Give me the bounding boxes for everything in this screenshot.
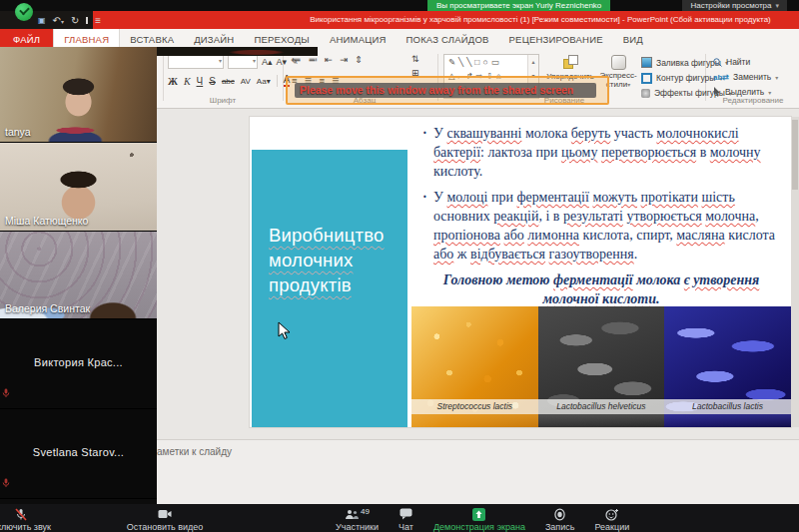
bullet-marker: · [422,125,433,181]
replace-button[interactable]: ab⇄ Заменить▾ [713,72,778,82]
save-icon[interactable]: ▣ [38,16,46,25]
image-reflection [538,414,665,427]
zoom-toolbar-center: 49 Участники Чат Демонстрация экрана [336,507,629,532]
shape-fill-icon [641,57,652,68]
bacteria-images: Streptococcus lactis Lactobacillus helve… [411,306,791,427]
line-spacing-icon[interactable]: ⇕ [355,54,363,65]
chat-button[interactable]: Чат [399,507,413,532]
group-separator [163,54,164,101]
window-shadow [157,47,318,56]
muted-mic-icon [15,507,27,521]
meeting-status-icon [15,3,33,21]
editing-buttons: Найти ab⇄ Заменить▾ Выделить▾ [713,57,778,97]
shadow-icon[interactable]: abc [222,77,235,86]
bullet-text: У молоці при ферментації можуть протікат… [433,189,784,264]
font-name-select[interactable] [168,55,224,69]
quick-styles-icon [611,55,626,70]
ppt-titlebar[interactable]: Використання мікроорганізмів у харчовій … [0,11,799,29]
font-controls: A▴ A▾ ✎ [168,55,299,69]
screen-share-banner: Вы просматриваете экран Yuriy Reznichenk… [427,0,610,11]
record-icon [553,507,566,521]
underline-icon[interactable]: Ч [197,76,204,87]
increase-indent-icon[interactable]: ⇥ [340,54,348,65]
warning-text: Please move this window away from the sh… [295,83,596,97]
undo-icon[interactable]: ↶▾ [53,15,64,26]
bacteria-label: Lactobacillus lactis [664,399,791,414]
video-tile[interactable]: Svetlana Starov... [0,409,157,499]
camera-icon [158,507,172,521]
find-button[interactable]: Найти [713,57,778,67]
mouse-cursor [278,321,291,340]
participant-name: tanya [5,126,31,138]
share-screen-button[interactable]: Демонстрация экрана [433,507,525,532]
change-case-icon[interactable]: Aa▾ [257,77,271,86]
screen: Використання мікроорганізмів у харчовій … [0,0,799,532]
slide-canvas[interactable]: Виробництво молочних продуктів · У скваш… [250,117,791,427]
slide-body-text[interactable]: · У сквашуванні молока беруть участь мол… [422,125,784,309]
slide-scrollbar[interactable] [791,117,799,427]
participants-button[interactable]: 49 Участники [336,507,379,532]
slide-bullet: · У молоці при ферментації можуть протік… [422,189,784,264]
ppt-window-title: Використання мікроорганізмів у харчовій … [290,15,791,24]
bacteria-image-streptococcus: Streptococcus lactis [411,306,538,427]
slide-title-box[interactable]: Виробництво молочних продуктів [252,150,407,427]
decrease-indent-icon[interactable]: ⇤ [325,54,333,65]
editing-group-label: Редактирование [711,96,795,105]
slide-title-line: продуктів [269,273,352,298]
video-tile[interactable]: Виктория Крас... [0,319,157,409]
quick-access-toolbar: ▣ ↶▾ ↻ ≡ [0,11,93,29]
find-icon [713,58,722,67]
video-tile[interactable]: tanya [0,47,157,143]
strikethrough-icon[interactable]: S [209,76,216,87]
bacteria-image-lactis: Lactobacillus lactis [664,306,791,427]
text-direction-icon[interactable]: ⇅ [411,54,419,64]
participant-name: Svetlana Starov... [0,446,157,458]
shrink-font-icon[interactable]: A▾ [277,57,288,67]
arrange-icon [562,55,578,70]
share-screen-icon [472,507,485,521]
bacteria-label: Lactobacillus helveticus [538,399,665,414]
slide-title-line: Виробництво [269,224,385,249]
character-spacing-icon[interactable]: AV [241,77,251,86]
tab-view[interactable]: ВИД [613,29,653,50]
chevron-down-icon: ▾ [775,2,779,9]
participant-name: Міша Катющенко [5,215,88,227]
video-tile[interactable]: Валерия Свинтак [0,232,157,319]
font-size-select[interactable] [228,55,258,69]
muted-mic-icon [2,478,10,488]
bacteria-label: Streptococcus lactis [411,399,538,414]
unmute-button[interactable]: Включить звук [0,507,67,532]
video-tile[interactable]: Міша Катющенко [0,143,157,232]
chat-icon [400,507,412,521]
font-controls-row2: Ж К Ч S abc AV Aa▾ A [168,75,290,87]
stop-video-button[interactable]: Остановить видео [95,507,235,532]
shapes-row: ✎╲╲□○▭ [444,55,538,69]
slide-title-line: молочних [269,249,354,273]
view-settings-button[interactable]: Настройки просмотра▾ [682,0,787,11]
text-direction-controls: ⇅ ⊞ [411,54,419,78]
slideshow-icon[interactable] [86,17,88,24]
record-button[interactable]: Запись [545,507,575,532]
italic-icon[interactable]: К [184,76,191,87]
slide-emphasis-text: Головною метою ферментації молока є утво… [422,271,784,309]
tab-review[interactable]: РЕЦЕНЗИРОВАНИЕ [499,29,613,50]
image-reflection [411,414,538,427]
reactions-button[interactable]: Реакции [594,507,629,532]
replace-icon: ab⇄ [713,73,729,82]
warning-bar: Please move this window away from the sh… [295,83,596,98]
participants-video-strip: tanya Міша Катющенко Валерия Свинтак Вик… [0,47,157,504]
zoom-share-warning-overlay: Please move this window away from the sh… [286,76,609,105]
bullet-marker: · [422,189,433,264]
people-icon [345,509,359,520]
redo-icon[interactable]: ↻ [71,15,79,26]
bold-icon[interactable]: Ж [168,76,178,87]
tab-animations[interactable]: АНИМАЦИЯ [320,29,397,50]
muted-mic-icon [2,388,10,398]
tab-slideshow[interactable]: ПОКАЗ СЛАЙДОВ [397,29,499,50]
notes-placeholder: Заметки к слайду [151,446,232,457]
participant-name: Виктория Крас... [0,356,157,368]
zoom-toolbar: Включить звук Остановить видео 49 Участн… [0,504,799,532]
grow-font-icon[interactable]: A▴ [262,57,273,67]
qat-customize-icon[interactable]: ≡ [95,15,101,26]
participant-name: Валерия Свинтак [5,302,90,314]
